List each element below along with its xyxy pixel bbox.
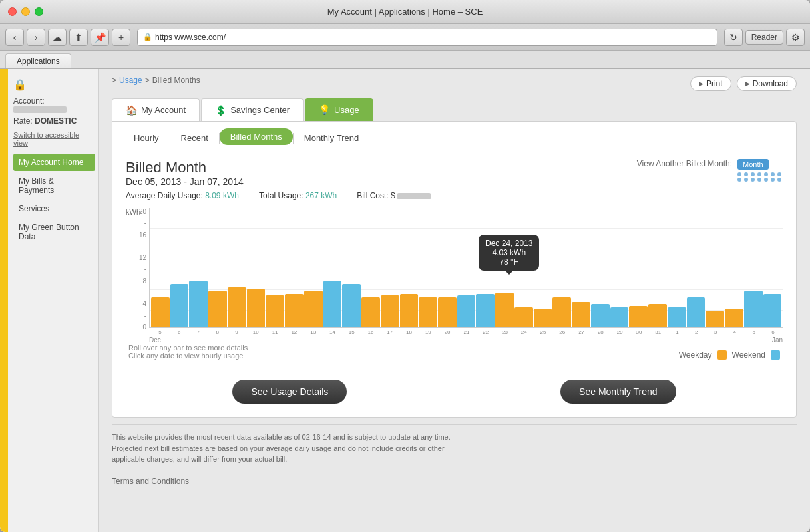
billed-month-date: Dec 05, 2013 - Jan 07, 2014 — [126, 176, 244, 187]
bulb-icon: 💡 — [319, 104, 330, 115]
weekday-legend-box — [717, 350, 727, 360]
chart-bar-5[interactable] — [151, 297, 170, 327]
chart-bar-24[interactable] — [514, 307, 533, 327]
new-tab-button[interactable]: + — [112, 29, 130, 46]
total-usage-stat: Total Usage: 267 kWh — [259, 191, 337, 200]
share-button[interactable]: ⬆ — [69, 29, 88, 46]
minimize-button[interactable] — [21, 7, 30, 16]
see-usage-details-button[interactable]: See Usage Details — [232, 380, 347, 404]
chart-bar-15[interactable] — [342, 284, 361, 327]
close-button[interactable] — [8, 7, 17, 16]
url-text: https www.sce.com/ — [155, 33, 226, 42]
chart-bar-20[interactable] — [438, 297, 457, 327]
chart-bar-21[interactable] — [457, 295, 476, 327]
calendar-dots — [737, 172, 783, 182]
browser-window: My Account | Applications | Home – SCE ‹… — [0, 0, 810, 532]
chart-bar-16[interactable] — [361, 297, 380, 327]
weekday-legend-label: Weekday — [679, 350, 712, 360]
account-number-masked — [13, 106, 67, 113]
tab-my-account[interactable]: 🏠 My Account — [112, 98, 200, 121]
y-axis-labels: 20 - 16 - 12 - 8 - 4 - 0 — [126, 208, 149, 344]
dollar-icon: 💲 — [215, 105, 226, 116]
chart-bar-6[interactable] — [170, 284, 189, 327]
breadcrumb-separator: > — [112, 76, 116, 85]
sidebar-content: 🔒 Account: Rate: DOMESTIC Switch to acce… — [0, 78, 98, 245]
secure-icon: 🔒 — [143, 33, 152, 41]
pin-button[interactable]: 📌 — [91, 29, 109, 46]
sidebar: 🔒 Account: Rate: DOMESTIC Switch to acce… — [0, 69, 99, 532]
see-monthly-trend-button[interactable]: See Monthly Trend — [560, 380, 676, 404]
sub-tab-recent[interactable]: Recent — [170, 129, 219, 147]
sub-tab-hourly[interactable]: Hourly — [123, 129, 170, 147]
x-labels: 5678910111213141516171819202122232425262… — [149, 329, 783, 335]
breadcrumb-usage-link[interactable]: Usage — [119, 76, 142, 85]
switch-accessible-link[interactable]: Switch to accessible view — [13, 131, 95, 147]
refresh-button[interactable]: ↻ — [724, 29, 743, 46]
back-button[interactable]: ‹ — [5, 29, 24, 46]
account-label: Account: — [13, 96, 95, 115]
download-button[interactable]: Download — [737, 76, 797, 91]
sidebar-item-bills-payments[interactable]: My Bills & Payments — [13, 172, 95, 199]
view-another-label: View Another Billed Month: — [637, 159, 732, 168]
chart-bar-18[interactable] — [400, 294, 419, 327]
chart-bar-17[interactable] — [381, 295, 399, 327]
chart-bar-j3[interactable] — [706, 311, 724, 327]
weekend-legend-label: Weekend — [732, 350, 765, 360]
forward-button[interactable]: › — [27, 29, 45, 46]
bill-cost-masked — [397, 193, 431, 200]
tab-usage[interactable]: 💡 Usage — [305, 98, 373, 121]
chart-bar-31[interactable] — [648, 304, 667, 327]
sidebar-item-account-home[interactable]: My Account Home — [13, 154, 95, 171]
chart-bar-j4[interactable] — [725, 309, 743, 327]
terms-link[interactable]: Terms and Conditions — [112, 477, 797, 486]
chart-bar-28[interactable] — [591, 304, 610, 327]
chart-bar-30[interactable] — [629, 306, 648, 327]
chart-bar-j2[interactable] — [687, 297, 706, 327]
reader-button[interactable]: Reader — [745, 30, 783, 45]
bars-area: Dec 24, 2013 4.03 kWh 78 °F 567891011121… — [149, 208, 783, 344]
chart-bar-23[interactable] — [495, 293, 514, 327]
extensions-button[interactable]: ⚙ — [786, 29, 805, 46]
chart-bar-7[interactable] — [189, 281, 208, 327]
chart-bar-13[interactable] — [304, 291, 323, 327]
chart-bar-25[interactable] — [534, 309, 552, 327]
chart-bar-j1[interactable] — [668, 307, 686, 327]
chart-bar-26[interactable] — [552, 297, 571, 327]
stats-row: Average Daily Usage: 8.09 kWh Total Usag… — [126, 191, 783, 200]
chart-bar-29[interactable] — [610, 307, 629, 327]
sub-tabs: Hourly Recent Billed Months Monthly Tren… — [112, 122, 796, 148]
sub-tab-monthly-trend[interactable]: Monthly Trend — [294, 129, 369, 147]
chart-bar-22[interactable] — [476, 294, 495, 327]
lock-icon: 🔒 — [13, 78, 95, 91]
browser-tab[interactable]: Applications — [5, 53, 71, 68]
action-buttons: See Usage Details See Monthly Trend — [112, 373, 796, 417]
sub-tab-billed-months[interactable]: Billed Months — [220, 128, 293, 145]
chart-area: Billed Month Dec 05, 2013 - Jan 07, 2014… — [112, 148, 796, 373]
history-button[interactable]: ☁ — [48, 29, 67, 46]
yellow-stripe — [0, 69, 8, 532]
maximize-button[interactable] — [35, 7, 43, 16]
browser-tabs: Applications — [0, 51, 810, 69]
usage-card: Hourly Recent Billed Months Monthly Tren… — [112, 121, 797, 418]
content-area: > Usage > Billed Months Print Download 🏠… — [99, 69, 810, 532]
chart-bar-j5[interactable] — [744, 291, 763, 327]
chart-bar-27[interactable] — [572, 302, 590, 327]
tab-savings-center[interactable]: 💲 Savings Center — [201, 98, 304, 121]
chart-bar-9[interactable] — [228, 287, 246, 327]
chart-bar-12[interactable] — [285, 294, 304, 327]
address-bar[interactable]: 🔒 https www.sce.com/ — [137, 29, 717, 46]
chart-bar-10[interactable] — [247, 289, 266, 327]
view-another-section: View Another Billed Month: Month — [637, 159, 783, 182]
sidebar-item-green-button[interactable]: My Green Button Data — [13, 219, 95, 245]
month-button[interactable]: Month — [737, 159, 769, 170]
chart-bar-14[interactable] — [323, 281, 342, 327]
title-bar: My Account | Applications | Home – SCE — [0, 0, 810, 24]
main-layout: 🔒 Account: Rate: DOMESTIC Switch to acce… — [0, 69, 810, 532]
sidebar-item-services[interactable]: Services — [13, 200, 95, 217]
chart-bar-11[interactable] — [266, 295, 284, 327]
chart-bar-19[interactable] — [419, 297, 437, 327]
jan-label: Jan — [668, 336, 783, 344]
print-button[interactable]: Print — [690, 76, 731, 91]
chart-bar-j6[interactable] — [763, 294, 782, 327]
chart-bar-8[interactable] — [208, 291, 227, 327]
